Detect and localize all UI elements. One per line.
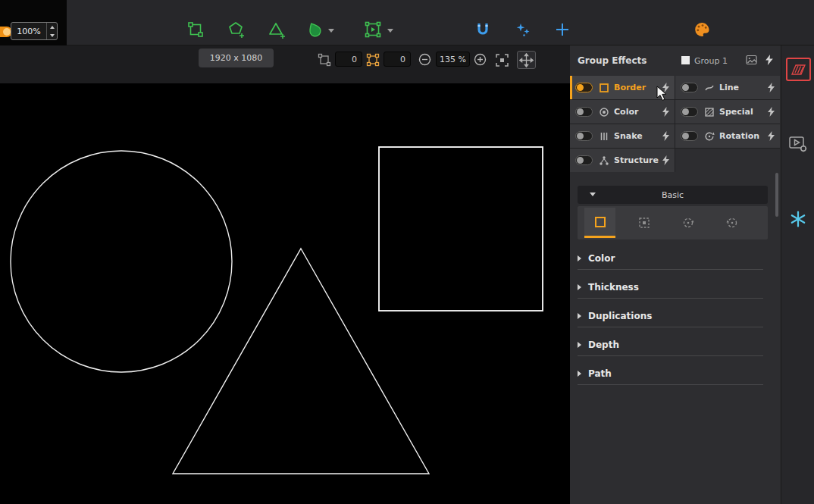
transform-tool-button[interactable] (184, 20, 207, 42)
section-color[interactable]: Color (578, 247, 763, 270)
chevron-right-icon (578, 255, 581, 261)
fill-tool-caret-icon[interactable] (328, 29, 334, 33)
triangle-shape[interactable] (173, 249, 429, 474)
effect-cell-structure[interactable]: Structure (570, 149, 675, 172)
render-settings-button[interactable] (787, 133, 809, 155)
panel-title: Group Effects (578, 55, 647, 66)
effect-label: Structure (614, 155, 659, 165)
palette-icon (693, 21, 710, 41)
stepper-up-icon[interactable] (47, 23, 57, 31)
rotation-toggle[interactable] (681, 131, 698, 141)
triangle-tool-button[interactable] (265, 20, 288, 42)
group-name[interactable]: Group 1 (694, 56, 728, 66)
chevron-right-icon (578, 342, 581, 348)
chevron-right-icon (578, 284, 581, 290)
section-depth[interactable]: Depth (578, 333, 763, 356)
triangle-add-icon (268, 20, 286, 42)
zoom-level-display[interactable]: 135 % (436, 52, 470, 67)
line-toggle[interactable] (681, 83, 698, 92)
group-color-swatch[interactable] (681, 56, 690, 64)
pan-view-button[interactable] (517, 51, 536, 69)
group-transform-tool-button[interactable] (362, 20, 384, 42)
square-shape[interactable] (379, 147, 543, 311)
effects-panel: Group Effects Group 1 Border (570, 45, 781, 504)
snake-bolt-button[interactable] (662, 131, 669, 141)
chevron-right-icon (578, 313, 581, 319)
right-sidebar-strip (781, 45, 814, 504)
effect-cell-snake[interactable]: Snake (570, 124, 675, 148)
group-tool-caret-icon[interactable] (387, 29, 393, 33)
effect-cell-empty (675, 149, 780, 172)
section-path[interactable]: Path (578, 362, 763, 385)
special-bolt-button[interactable] (768, 107, 775, 117)
sparkle-tool-button[interactable] (512, 20, 534, 42)
effects-view-button[interactable] (786, 58, 811, 81)
effect-cell-line[interactable]: Line (675, 76, 780, 99)
magnet-icon (474, 21, 491, 41)
section-duplications[interactable]: Duplications (578, 305, 763, 327)
zoom-spinner[interactable]: 100% (11, 22, 58, 40)
preset-header-label: Basic (662, 190, 684, 200)
asterisk-icon (789, 210, 807, 228)
group-bolt-button[interactable] (765, 54, 773, 68)
hatched-layer-icon (790, 63, 808, 77)
mouse-cursor (656, 86, 670, 105)
line-bolt-button[interactable] (768, 83, 775, 92)
export-image-button[interactable] (746, 54, 757, 68)
fit-view-button[interactable] (493, 51, 512, 69)
section-thickness[interactable]: Thickness (578, 276, 763, 299)
border-icon (598, 83, 609, 93)
special-icon (703, 107, 715, 117)
stepper-down-icon[interactable] (47, 31, 57, 39)
section-label: Path (588, 368, 612, 379)
player-gear-icon (788, 135, 808, 153)
preset-square-button[interactable] (584, 208, 615, 238)
top-toolbar: 100% (0, 0, 814, 45)
circle-shape[interactable] (11, 151, 232, 372)
structure-icon (598, 155, 609, 166)
canvas[interactable] (0, 83, 570, 504)
shape-tool-button[interactable] (224, 20, 247, 42)
basic-preset-dropdown[interactable]: Basic (578, 186, 768, 204)
border-toggle[interactable] (575, 83, 593, 92)
plus-icon (555, 22, 570, 40)
structure-toggle[interactable] (575, 155, 593, 165)
preset-duplicate-button[interactable] (628, 208, 659, 238)
effect-cell-rotation[interactable]: Rotation (675, 124, 780, 148)
preset-mode-row (578, 206, 768, 239)
magnet-tool-button[interactable] (471, 20, 494, 42)
fill-icon (306, 21, 323, 41)
snake-toggle[interactable] (575, 131, 593, 141)
color-toggle[interactable] (575, 107, 593, 117)
color-icon (598, 107, 609, 117)
transform-icon (186, 20, 205, 42)
panel-scrollbar[interactable] (775, 173, 778, 217)
special-toggle[interactable] (681, 107, 698, 117)
chevron-right-icon (578, 371, 581, 377)
effect-label: Snake (614, 131, 643, 141)
add-guide-tool-button[interactable] (551, 20, 574, 42)
transform-y-icon (366, 53, 380, 70)
section-label: Thickness (588, 282, 639, 293)
x-value-input[interactable]: 0 (335, 52, 362, 67)
app-window: 100% (0, 0, 814, 504)
star-tool-button[interactable] (788, 209, 808, 229)
sub-toolbar: 1920 x 1080 0 0 135 % (0, 45, 570, 83)
preset-rotate-ccw-button[interactable] (716, 208, 747, 238)
effect-cell-special[interactable]: Special (675, 100, 780, 124)
fill-tool-button[interactable] (303, 20, 326, 42)
effect-label: Line (719, 83, 739, 92)
preset-rotate-cw-button[interactable] (672, 208, 703, 238)
effect-label: Special (719, 107, 753, 117)
palette-button[interactable] (690, 20, 713, 42)
structure-bolt-button[interactable] (662, 155, 669, 165)
zoom-in-button[interactable] (473, 52, 487, 66)
zoom-out-button[interactable] (418, 52, 431, 66)
rotation-bolt-button[interactable] (768, 131, 775, 141)
effect-label: Border (614, 83, 646, 92)
zoom-spinner-steppers[interactable] (46, 23, 57, 39)
line-icon (703, 83, 715, 93)
y-value-input[interactable]: 0 (384, 52, 411, 67)
color-bolt-button[interactable] (662, 107, 669, 117)
shape-icon (227, 20, 245, 42)
